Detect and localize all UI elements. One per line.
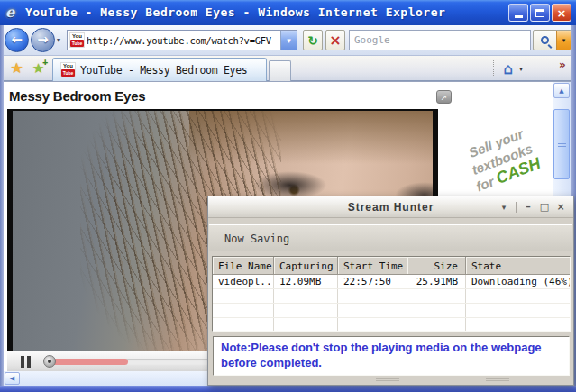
cell-capturing: 12.09MB bbox=[274, 275, 338, 288]
minimize-icon bbox=[515, 15, 523, 18]
window-titlebar[interactable]: e YouTube - Messy Bedroom Eyes - Windows… bbox=[0, 0, 576, 25]
toolbar-separator bbox=[493, 60, 494, 77]
favorites-button[interactable]: ★ bbox=[6, 58, 27, 78]
cell-file-name: videopl... bbox=[213, 275, 274, 288]
add-favorite-button[interactable]: ★+ bbox=[28, 58, 49, 78]
stream-hunter-close-button[interactable]: × bbox=[553, 196, 568, 218]
address-input[interactable] bbox=[85, 35, 280, 46]
pause-button[interactable] bbox=[15, 355, 35, 369]
table-row-empty bbox=[213, 304, 570, 318]
navigation-bar: ← → ▾ You Tube ▾ ↻ × ▾ bbox=[0, 25, 576, 56]
home-button[interactable]: ⌂ bbox=[498, 59, 518, 78]
stream-hunter-titlebar[interactable]: Stream Hunter ▾ – □ × bbox=[208, 196, 573, 218]
table-header-row: File Name Capturing Start Time Size Stat… bbox=[213, 257, 570, 275]
back-button[interactable]: ← bbox=[5, 28, 29, 52]
close-button[interactable]: × bbox=[552, 4, 571, 22]
header-state[interactable]: State bbox=[466, 257, 570, 274]
tab-favicon: You Tube bbox=[60, 62, 76, 77]
scroll-up-button[interactable]: ▲ bbox=[553, 83, 570, 98]
ad-text: Sell your textbooks for CASH bbox=[442, 114, 551, 205]
ie-logo-icon: e bbox=[5, 5, 22, 21]
header-capturing[interactable]: Capturing bbox=[274, 257, 338, 274]
cell-state: Downloading (46%) bbox=[466, 275, 570, 288]
dialog-resize-grip[interactable] bbox=[209, 377, 572, 384]
maximize-icon bbox=[535, 9, 544, 17]
search-box bbox=[349, 30, 531, 50]
now-saving-label: Now Saving bbox=[209, 224, 572, 251]
popout-button[interactable]: ↗ bbox=[436, 90, 452, 104]
search-input[interactable] bbox=[350, 31, 530, 50]
seek-knob[interactable] bbox=[43, 355, 56, 368]
tab-youtube[interactable]: You Tube YouTube - Messy Bedroom Eyes bbox=[52, 58, 267, 81]
search-button[interactable]: ▾ bbox=[533, 30, 571, 50]
window-title: YouTube - Messy Bedroom Eyes - Windows I… bbox=[25, 0, 445, 25]
header-start-time[interactable]: Start Time bbox=[338, 257, 407, 274]
youtube-favicon: You Tube bbox=[69, 32, 85, 48]
new-tab-button[interactable] bbox=[269, 60, 291, 81]
tab-bar: ★ ★+ You Tube YouTube - Messy Bedroom Ey… bbox=[0, 56, 576, 81]
seek-loaded-bar bbox=[52, 359, 128, 365]
home-dropdown-icon[interactable]: ▾ bbox=[519, 65, 523, 73]
stream-hunter-menu-button[interactable]: ▾ bbox=[497, 196, 511, 218]
window-border-bottom bbox=[0, 386, 576, 392]
cell-size: 25.91MB bbox=[407, 275, 466, 288]
forward-button[interactable]: → bbox=[31, 28, 55, 52]
search-dropdown-icon[interactable]: ▾ bbox=[556, 31, 571, 50]
vertical-scroll-thumb[interactable] bbox=[553, 109, 570, 179]
address-dropdown-button[interactable]: ▾ bbox=[280, 31, 297, 50]
toolbar-more-button[interactable]: » bbox=[559, 59, 566, 70]
maximize-button[interactable] bbox=[530, 4, 550, 22]
minimize-button[interactable] bbox=[508, 4, 528, 22]
note-text: Note:Please don't stop the playing media… bbox=[213, 336, 570, 376]
history-dropdown-icon[interactable]: ▾ bbox=[57, 36, 60, 44]
stream-hunter-window: Stream Hunter ▾ – □ × Now Saving File Na… bbox=[207, 196, 574, 386]
page-title: Messy Bedroom Eyes bbox=[9, 88, 145, 105]
download-table: File Name Capturing Start Time Size Stat… bbox=[212, 256, 571, 332]
table-row[interactable]: videopl... 12.09MB 22:57:50 25.91MB Down… bbox=[213, 275, 570, 289]
table-row-empty bbox=[213, 289, 570, 304]
plus-icon: + bbox=[42, 59, 48, 68]
stop-button[interactable]: × bbox=[325, 30, 345, 50]
table-row-empty bbox=[213, 318, 570, 332]
header-size[interactable]: Size bbox=[407, 257, 466, 274]
scroll-left-button[interactable]: ◀ bbox=[5, 372, 20, 385]
cell-start-time: 22:57:50 bbox=[338, 275, 407, 288]
search-icon bbox=[541, 36, 549, 44]
control-separator bbox=[516, 202, 517, 213]
ie-window: e YouTube - Messy Bedroom Eyes - Windows… bbox=[0, 0, 576, 392]
refresh-button[interactable]: ↻ bbox=[303, 30, 323, 50]
tab-label: YouTube - Messy Bedroom Eyes bbox=[80, 64, 247, 77]
address-bar: You Tube ▾ bbox=[67, 30, 297, 50]
stream-hunter-minimize-button[interactable]: – bbox=[521, 196, 535, 218]
stream-hunter-maximize-button[interactable]: □ bbox=[537, 196, 552, 218]
header-file-name[interactable]: File Name bbox=[213, 257, 274, 274]
